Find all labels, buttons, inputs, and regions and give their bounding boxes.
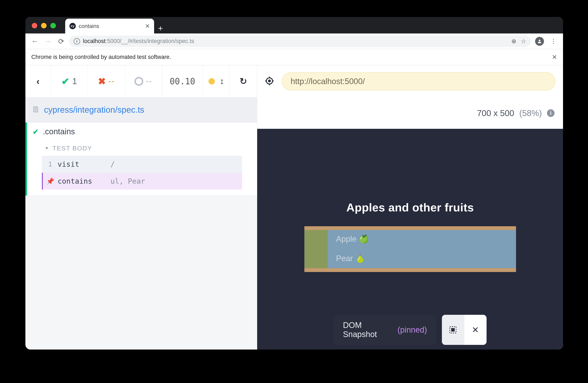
browser-menu-button[interactable]: ⋮ xyxy=(548,38,559,45)
automation-banner-text: Chrome is being controlled by automated … xyxy=(31,54,171,60)
window-controls xyxy=(32,23,56,28)
spec-path: cypress/integration/spec.ts xyxy=(44,105,144,115)
command-name: visit xyxy=(58,160,110,168)
minimize-window-button[interactable] xyxy=(41,23,46,28)
pending-icon xyxy=(134,77,143,86)
restart-tests-button[interactable]: ↻ xyxy=(230,65,257,97)
resize-icon: ↕ xyxy=(220,76,224,86)
info-icon[interactable]: i xyxy=(547,109,555,117)
test-body-label: TEST BODY xyxy=(52,145,92,152)
url-port: :5000 xyxy=(106,38,120,44)
address-bar: ← → ⟳ i localhost:5000/__/#/tests/integr… xyxy=(25,33,563,49)
tab-title: contains xyxy=(79,23,142,29)
runner-header: http://localhost:5000/ xyxy=(257,65,563,97)
command-name: contains xyxy=(58,177,110,185)
scale-dot-icon xyxy=(209,78,215,85)
highlighted-ul: Apple 🍏 Pear 🍐 xyxy=(304,226,516,272)
command-row-visit[interactable]: 1 visit / xyxy=(42,156,242,173)
runner-panel: http://localhost:5000/ 700 x 500 (58%) i… xyxy=(257,65,563,350)
list-item-pear: Pear 🍐 xyxy=(336,254,507,263)
svg-rect-8 xyxy=(452,328,454,331)
viewport-scale-control[interactable]: ↕ xyxy=(203,65,230,97)
snapshot-label: DOM Snapshot (pinned) xyxy=(334,315,436,345)
x-icon: ✖ xyxy=(98,76,106,87)
cypress-app: ‹ ✔ 1 ✖ -- -- 00.10 ↕ xyxy=(25,65,563,350)
snapshot-dock: DOM Snapshot (pinned) ✕ xyxy=(334,315,487,345)
highlight-content: Apple 🍏 Pear 🍐 xyxy=(328,230,516,268)
viewport-scale: (58%) xyxy=(519,109,542,118)
site-info-icon[interactable]: i xyxy=(74,38,80,45)
automation-banner-close-icon[interactable]: ✕ xyxy=(552,53,557,61)
browser-window: cy contains ✕ ＋ ← → ⟳ i localhost:5000/_… xyxy=(25,17,563,350)
pear-icon: 🍐 xyxy=(355,254,365,263)
snapshot-actions: ✕ xyxy=(442,315,486,345)
list-item-label: Pear xyxy=(336,254,353,263)
list-item-label: Apple xyxy=(336,234,357,244)
highlight-padding-left xyxy=(304,230,328,268)
stats-duration: 00.10 xyxy=(162,65,203,97)
apple-icon: 🍏 xyxy=(359,234,369,244)
test-body-header[interactable]: ▼ TEST BODY xyxy=(42,143,257,156)
list-item-apple: Apple 🍏 xyxy=(336,234,507,244)
test-title: .contains xyxy=(43,127,75,136)
test-body: ▼ TEST BODY 1 visit / 📌 contains ul, Pea… xyxy=(27,143,257,196)
command-row-contains[interactable]: 📌 contains ul, Pear xyxy=(42,173,242,190)
aut-page-heading: Apples and other fruits xyxy=(346,201,474,214)
nav-back-button[interactable]: ← xyxy=(30,37,40,45)
profile-avatar-icon[interactable] xyxy=(535,37,544,46)
check-icon: ✔ xyxy=(61,76,70,87)
unpin-snapshot-button[interactable]: ✕ xyxy=(464,315,487,345)
bookmark-icon[interactable]: ☆ xyxy=(521,38,526,45)
failed-count: -- xyxy=(108,77,114,86)
viewport-dimensions: 700 x 500 xyxy=(477,109,514,118)
stats-failed: ✖ -- xyxy=(88,65,125,97)
collapse-reporter-button[interactable]: ‹ xyxy=(25,65,51,97)
selector-playground-button[interactable] xyxy=(265,76,274,87)
tab-favicon: cy xyxy=(69,23,76,29)
pin-icon: 📌 xyxy=(43,178,58,185)
browser-tab[interactable]: cy contains ✕ xyxy=(65,19,154,33)
new-tab-button[interactable]: ＋ xyxy=(154,23,167,33)
test-title-row[interactable]: ✔ .contains xyxy=(27,122,257,143)
snapshot-state: (pinned) xyxy=(398,325,427,335)
omnibox[interactable]: i localhost:5000/__/#/tests/integration/… xyxy=(69,36,531,47)
stats-pending: -- xyxy=(125,65,162,97)
command-args: / xyxy=(110,160,115,168)
maximize-window-button[interactable] xyxy=(50,23,56,28)
url-host: localhost xyxy=(83,38,106,44)
test-block: ✔ .contains ▼ TEST BODY 1 visit / 📌 xyxy=(25,122,257,196)
titlebar: cy contains ✕ ＋ xyxy=(25,17,563,33)
aut-url-text: http://localhost:5000/ xyxy=(291,77,365,86)
url-path: /__/#/tests/integration/spec.ts xyxy=(120,38,194,44)
automation-banner: Chrome is being controlled by automated … xyxy=(25,49,563,65)
close-tab-icon[interactable]: ✕ xyxy=(145,23,150,30)
highlight-toggle-button[interactable] xyxy=(442,315,464,345)
aut-url-display[interactable]: http://localhost:5000/ xyxy=(282,72,555,90)
reload-icon: ↻ xyxy=(240,76,247,87)
command-args: ul, Pear xyxy=(110,177,145,185)
stats-passed: ✔ 1 xyxy=(51,65,88,97)
file-icon: 🗎 xyxy=(32,105,40,114)
viewport-info: 700 x 500 (58%) i xyxy=(257,97,563,129)
passed-count: 1 xyxy=(72,76,77,86)
svg-point-2 xyxy=(268,80,270,82)
aut-iframe: Apples and other fruits Apple 🍏 Pear 🍐 xyxy=(257,129,563,350)
svg-point-0 xyxy=(539,40,540,41)
reporter-panel: ‹ ✔ 1 ✖ -- -- 00.10 ↕ xyxy=(25,65,257,350)
zoom-icon[interactable]: ⊕ xyxy=(511,38,516,45)
chevron-down-icon: ▼ xyxy=(44,146,49,151)
pending-count: -- xyxy=(146,77,152,86)
spec-header[interactable]: 🗎 cypress/integration/spec.ts xyxy=(25,97,257,122)
check-icon: ✔ xyxy=(33,128,39,136)
command-index: 1 xyxy=(43,160,58,168)
stats-row: ‹ ✔ 1 ✖ -- -- 00.10 ↕ xyxy=(25,65,257,97)
nav-forward-button[interactable]: → xyxy=(43,37,53,45)
snapshot-label-text: DOM Snapshot xyxy=(343,321,395,339)
close-window-button[interactable] xyxy=(32,23,37,28)
nav-reload-button[interactable]: ⟳ xyxy=(56,37,66,45)
